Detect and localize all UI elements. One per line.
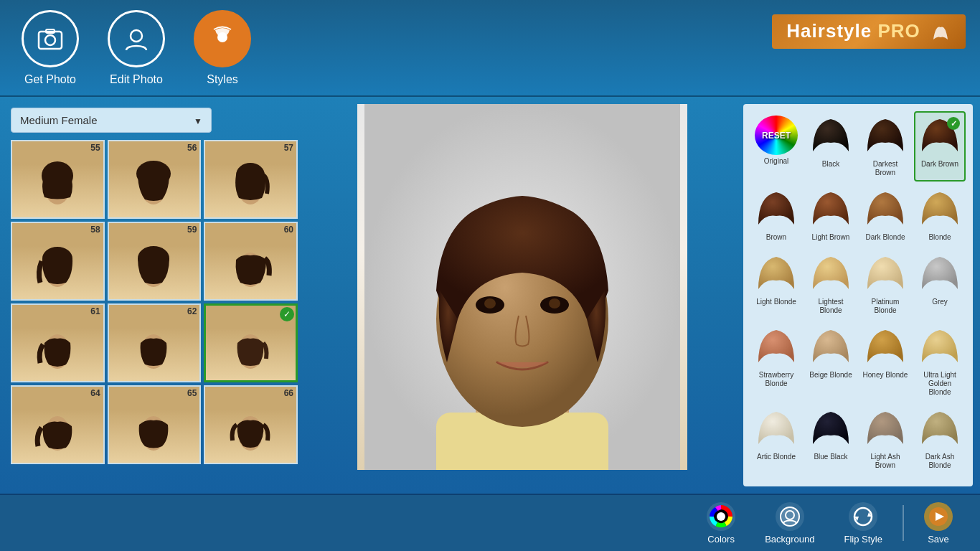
style-item[interactable]: 57 [204, 140, 298, 219]
svg-point-29 [549, 298, 560, 309]
style-item[interactable]: 58 [11, 222, 105, 301]
color-item-black[interactable]: Black [805, 111, 857, 182]
color-label-dark-brown: Dark Brown [921, 160, 958, 169]
chevron-down-icon [194, 114, 202, 126]
color-label-grey: Grey [932, 298, 948, 306]
style-item[interactable]: 60 [204, 222, 298, 301]
reset-swatch: RESET [755, 116, 798, 155]
color-swatch-dark-ash-blonde [918, 408, 961, 448]
colors-button[interactable]: Colors [694, 496, 748, 550]
style-photo-61 [12, 305, 103, 381]
style-item[interactable]: 64 [11, 385, 105, 464]
color-label-lightest-blonde: Lightest Blonde [808, 298, 854, 315]
color-item-light-blonde[interactable]: Light Blonde [750, 249, 802, 319]
toolbar-divider [903, 505, 904, 541]
header: Get Photo Edit Photo Styles Hairstyle PR… [0, 0, 980, 97]
background-button[interactable]: Background [752, 496, 827, 550]
style-item[interactable]: 55 [11, 140, 105, 219]
flip-style-button[interactable]: Flip Style [831, 496, 895, 550]
style-item[interactable]: 61 [11, 303, 105, 382]
style-item[interactable]: 56 [108, 140, 202, 219]
svg-rect-0 [39, 32, 62, 49]
color-label-light-blonde: Light Blonde [756, 298, 796, 306]
preview-panel [308, 97, 736, 494]
color-item-blonde[interactable]: Blonde [914, 184, 966, 246]
color-item-original[interactable]: RESET Original [750, 111, 802, 182]
color-label-honey-blonde: Honey Blonde [863, 371, 908, 380]
style-photo-64 [12, 387, 103, 463]
color-swatch-brown [755, 189, 798, 228]
color-swatch-artic-blonde [755, 408, 798, 448]
color-item-light-brown[interactable]: Light Brown [805, 184, 857, 246]
color-label-black: Black [822, 160, 839, 169]
style-photo-60 [205, 223, 296, 299]
style-photo-58 [12, 223, 103, 299]
color-item-strawberry-blonde[interactable]: Strawberry Blonde [750, 322, 802, 401]
save-button[interactable]: Save [911, 496, 966, 550]
color-swatch-light-brown [809, 189, 852, 228]
color-swatch-blue-black [809, 408, 852, 448]
color-item-grey[interactable]: Grey [914, 249, 966, 319]
colors-panel: RESET Original Black [743, 104, 973, 486]
color-label-beige-blonde: Beige Blonde [809, 371, 852, 380]
color-swatch-ultra-light-golden-blonde [918, 326, 961, 366]
color-swatch-platinum-blonde [864, 253, 907, 293]
color-item-darkest-brown[interactable]: Darkest Brown [859, 111, 911, 182]
style-photo-56 [109, 141, 200, 217]
style-item-selected[interactable]: ✓ [204, 303, 298, 382]
color-swatch-light-ash-brown [864, 408, 907, 448]
styles-dropdown-value: Medium Female [20, 114, 98, 126]
selected-check-icon: ✓ [280, 307, 294, 321]
main-content: Medium Female 55 56 [0, 97, 980, 494]
save-button-label: Save [928, 534, 949, 545]
color-item-blue-black[interactable]: Blue Black [805, 404, 857, 474]
style-photo-66 [205, 387, 296, 463]
nav-edit-photo[interactable]: Edit Photo [108, 10, 165, 86]
color-item-artic-blonde[interactable]: Artic Blonde [750, 404, 802, 474]
flip-style-icon [849, 502, 877, 531]
background-icon [776, 502, 804, 531]
style-photo-62 [109, 305, 200, 381]
nav-get-photo-label: Get Photo [24, 73, 76, 86]
nav-edit-photo-label: Edit Photo [110, 73, 163, 86]
color-item-platinum-blonde[interactable]: Platinum Blonde [859, 249, 911, 319]
color-item-light-ash-brown[interactable]: Light Ash Brown [859, 404, 911, 474]
color-item-honey-blonde[interactable]: Honey Blonde [859, 322, 911, 401]
save-icon [924, 502, 953, 531]
color-label-original: Original [764, 157, 788, 166]
styles-grid: 55 56 [11, 140, 298, 464]
color-swatch-honey-blonde [864, 326, 907, 366]
svg-point-28 [484, 298, 496, 309]
color-item-brown[interactable]: Brown [750, 184, 802, 246]
color-label-light-brown: Light Brown [812, 233, 850, 242]
color-label-dark-blonde: Dark Blonde [865, 233, 905, 242]
svg-point-33 [717, 512, 725, 521]
color-label-blue-black: Blue Black [814, 453, 847, 461]
color-item-dark-blonde[interactable]: Dark Blonde [859, 184, 911, 246]
color-item-beige-blonde[interactable]: Beige Blonde [805, 322, 857, 401]
color-item-lightest-blonde[interactable]: Lightest Blonde [805, 249, 857, 319]
nav-get-photo[interactable]: Get Photo [22, 10, 79, 86]
nav-styles[interactable]: Styles [194, 10, 251, 86]
color-item-dark-ash-blonde[interactable]: Dark Ash Blonde [914, 404, 966, 474]
style-photo-57 [205, 141, 296, 217]
color-label-brown: Brown [766, 233, 786, 242]
color-item-dark-brown[interactable]: ✓ Dark Brown [914, 111, 966, 182]
color-label-light-ash-brown: Light Ash Brown [862, 453, 908, 470]
color-swatch-beige-blonde [809, 326, 852, 366]
style-item[interactable]: 59 [108, 222, 202, 301]
color-label-darkest-brown: Darkest Brown [862, 160, 908, 177]
color-swatch-strawberry-blonde [755, 326, 798, 366]
color-swatch-dark-blonde [864, 189, 907, 228]
styles-icon [194, 10, 251, 67]
color-swatch-grey [918, 253, 961, 293]
get-photo-icon [22, 10, 79, 67]
color-item-ultra-light-golden-blonde[interactable]: Ultra Light Golden Blonde [914, 322, 966, 401]
style-item[interactable]: 66 [204, 385, 298, 464]
style-item[interactable]: 62 [108, 303, 202, 382]
style-photo-55 [12, 141, 103, 217]
color-swatch-black [809, 116, 852, 155]
style-item[interactable]: 65 [108, 385, 202, 464]
edit-photo-icon [108, 10, 165, 67]
styles-dropdown[interactable]: Medium Female [11, 108, 212, 133]
